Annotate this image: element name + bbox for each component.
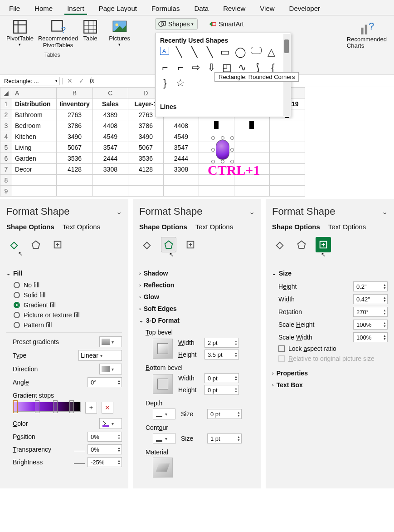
shape-options-tab[interactable]: Shape Options <box>272 223 320 231</box>
cell[interactable] <box>234 142 269 153</box>
line-shape[interactable]: ╲ <box>189 47 200 58</box>
fill-section[interactable]: ⌄Fill <box>6 270 122 277</box>
tab-file[interactable]: File <box>6 2 23 15</box>
fill-line-tab[interactable] <box>139 237 155 252</box>
cell[interactable] <box>128 186 163 197</box>
cell[interactable]: 2444 <box>92 153 128 164</box>
cancel-icon[interactable]: ✕ <box>65 77 74 84</box>
recommended-charts-button[interactable]: ? Recommended Charts <box>347 21 387 49</box>
chevron-down-icon[interactable]: ⌄ <box>249 207 255 216</box>
tab-home[interactable]: Home <box>32 2 55 15</box>
shapes-dropdown-button[interactable]: Shapes ▾ <box>155 18 198 30</box>
cell[interactable]: Garden <box>12 153 57 164</box>
lock-aspect-checkbox[interactable]: Lock aspect ratio <box>278 345 388 352</box>
position-spinner[interactable]: 0%▲▼ <box>88 432 122 442</box>
top-bevel-preset[interactable] <box>153 339 173 359</box>
cell[interactable]: Sales <box>92 99 128 109</box>
transparency-slider[interactable] <box>74 448 85 451</box>
cell[interactable] <box>234 153 269 164</box>
row-header[interactable]: 2 <box>0 109 12 120</box>
solid-fill-radio[interactable]: Solid fill <box>14 291 122 299</box>
cell[interactable]: 3536 <box>57 153 93 164</box>
height-spinner[interactable]: 0.2"▲▼ <box>353 281 388 291</box>
fx-icon[interactable]: fx <box>90 77 94 84</box>
arc-shape[interactable]: ⟆ <box>253 62 263 73</box>
cell[interactable] <box>199 120 234 131</box>
effects-tab[interactable] <box>161 237 176 252</box>
remove-gradient-stop-button[interactable]: ✕ <box>102 402 113 414</box>
rounded-rectangle-shape[interactable] <box>251 47 262 54</box>
cell[interactable] <box>269 120 305 131</box>
3d-format-section[interactable]: ⌄3-D Format <box>139 317 255 324</box>
cell[interactable]: 2763 <box>57 109 93 120</box>
pictures-button[interactable]: Pictures ▾ <box>109 19 130 47</box>
size-properties-tab[interactable] <box>50 237 65 252</box>
size-properties-tab[interactable] <box>316 237 331 252</box>
cell[interactable] <box>269 142 305 153</box>
cell[interactable] <box>57 186 93 197</box>
cell[interactable]: 3308 <box>163 164 199 175</box>
row-header[interactable]: 7 <box>0 164 12 175</box>
bottom-bevel-width-spinner[interactable]: 0 pt▲▼ <box>204 373 239 383</box>
cell[interactable]: Iinventory <box>57 99 93 109</box>
cell[interactable]: 4408 <box>163 120 199 131</box>
effects-tab[interactable] <box>294 237 309 252</box>
cell[interactable] <box>12 175 57 186</box>
brightness-slider[interactable] <box>74 460 85 464</box>
callout-shape[interactable]: ◰ <box>222 62 233 73</box>
cell[interactable]: Distribution <box>12 99 57 109</box>
shape-options-tab[interactable]: Shape Options <box>139 223 187 231</box>
connector-shape[interactable]: ⌐ <box>175 62 186 73</box>
glow-section[interactable]: ›Glow <box>139 293 255 300</box>
direction-dropdown[interactable]: ▾ <box>99 364 122 374</box>
tab-review[interactable]: Review <box>220 2 248 15</box>
cell[interactable]: Bedroom <box>12 120 57 131</box>
scrollbar-thumb[interactable] <box>284 39 289 53</box>
brightness-spinner[interactable]: -25%▲▼ <box>88 457 122 467</box>
cell[interactable]: 4549 <box>163 131 199 142</box>
table-button[interactable]: Table <box>83 19 98 49</box>
curve-shape[interactable]: ∿ <box>237 62 248 73</box>
cell[interactable] <box>269 175 305 186</box>
tab-insert[interactable]: Insert <box>64 2 87 15</box>
tab-formulas[interactable]: Formulas <box>149 2 183 15</box>
cell[interactable] <box>12 186 57 197</box>
depth-size-spinner[interactable]: 0 pt▲▼ <box>207 409 242 419</box>
tab-page-layout[interactable]: Page Layout <box>96 2 140 15</box>
cell[interactable]: 3786 <box>57 120 93 131</box>
star-shape[interactable]: ☆ <box>175 78 186 89</box>
add-gradient-stop-button[interactable]: ＋ <box>85 402 97 414</box>
oval-shape[interactable]: ◯ <box>235 47 246 58</box>
contour-size-spinner[interactable]: 1 pt▲▼ <box>207 433 242 443</box>
scale-height-spinner[interactable]: 100%▲▼ <box>353 320 388 330</box>
row-header[interactable]: 1 <box>0 99 12 109</box>
material-preset[interactable] <box>153 458 173 478</box>
cell[interactable]: 4549 <box>92 131 128 142</box>
tab-view[interactable]: View <box>257 2 277 15</box>
cell[interactable] <box>128 175 163 186</box>
cell[interactable] <box>234 120 269 131</box>
picture-fill-radio[interactable]: Picture or texture fill <box>14 311 122 319</box>
reflection-section[interactable]: ›Reflection <box>139 281 255 289</box>
transparency-spinner[interactable]: 0%▲▼ <box>88 444 122 454</box>
fill-line-tab[interactable] <box>6 237 22 252</box>
name-box[interactable]: Rectangle: ... ▾ <box>2 77 60 85</box>
row-header[interactable]: 6 <box>0 153 12 164</box>
text-options-tab[interactable]: Text Options <box>195 223 233 231</box>
width-spinner[interactable]: 0.42"▲▼ <box>353 294 388 304</box>
resize-handle[interactable] <box>230 148 234 152</box>
size-section[interactable]: ⌄Size <box>272 270 388 277</box>
cell[interactable] <box>92 186 128 197</box>
fill-line-tab[interactable] <box>272 237 287 252</box>
enter-icon[interactable]: ✓ <box>77 77 86 84</box>
text-options-tab[interactable]: Text Options <box>63 223 100 231</box>
inserted-shape[interactable] <box>213 138 232 162</box>
cell[interactable]: 3536 <box>128 153 163 164</box>
text-options-tab[interactable]: Text Options <box>328 223 366 231</box>
cell[interactable] <box>163 186 199 197</box>
gradient-stop[interactable] <box>69 400 74 413</box>
resize-handle[interactable] <box>211 148 215 152</box>
depth-color-dropdown[interactable]: ▾ <box>153 409 175 419</box>
cell[interactable] <box>269 131 305 142</box>
line-shape[interactable]: ╲ <box>204 47 215 58</box>
